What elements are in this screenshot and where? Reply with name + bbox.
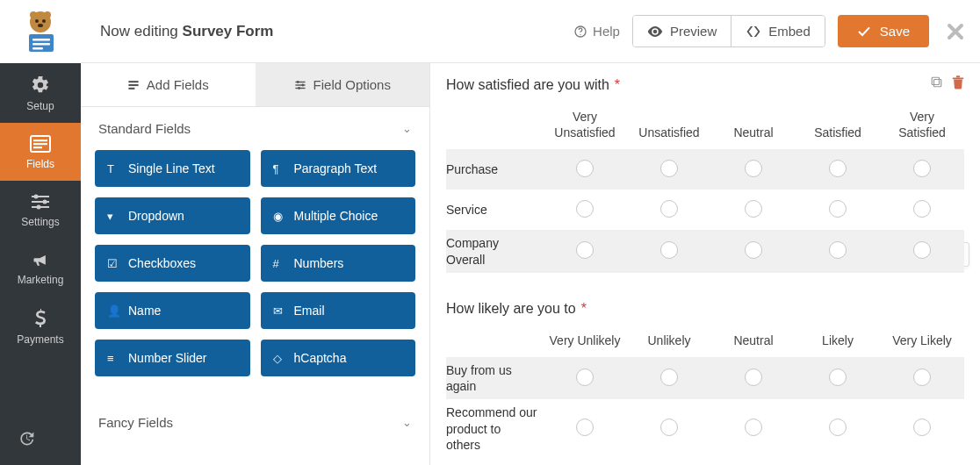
likert-table: Very UnlikelyUnlikelyNeutralLikelyVery L… [446, 327, 964, 458]
tab-field-options[interactable]: Field Options [256, 63, 430, 107]
numbers-icon: # [273, 257, 285, 270]
preview-button[interactable]: Preview [633, 16, 731, 46]
scale-label: Satisfied [796, 125, 880, 140]
question-block[interactable]: How likely are you to *Very UnlikelyUnli… [446, 297, 964, 458]
check-icon [857, 25, 871, 38]
nav-marketing[interactable]: Marketing [0, 239, 81, 297]
question-block[interactable]: How satisfied are you with *Very Unsatis… [446, 74, 964, 273]
close-button[interactable] [947, 23, 964, 40]
nav-fields[interactable]: Fields [0, 123, 81, 181]
likert-radio[interactable] [829, 200, 847, 218]
wpforms-logo-icon [16, 10, 65, 54]
likert-row-label: Purchase [446, 158, 543, 181]
likert-radio[interactable] [576, 418, 594, 436]
sliders-icon [5, 193, 76, 211]
duplicate-icon[interactable] [930, 75, 943, 89]
likert-radio[interactable] [660, 241, 678, 259]
section-standard-fields[interactable]: Standard Fields ⌄ [81, 107, 429, 150]
left-nav: Setup Fields Settings Marketing Payments [0, 0, 81, 465]
likert-radio[interactable] [745, 160, 762, 177]
chevron-down-icon: ⌄ [402, 416, 412, 429]
likert-radio[interactable] [829, 368, 847, 386]
nav-settings[interactable]: Settings [0, 181, 81, 239]
field-paragraph-text[interactable]: ¶Paragraph Text [261, 150, 416, 187]
multiple-choice-icon: ◉ [273, 210, 285, 223]
svg-point-5 [38, 24, 43, 27]
svg-point-18 [43, 200, 47, 204]
field-email[interactable]: ✉Email [261, 292, 416, 329]
likert-radio[interactable] [745, 241, 762, 259]
likert-radio[interactable] [913, 200, 931, 218]
svg-rect-34 [953, 77, 964, 79]
editing-prefix: Now editing [100, 23, 183, 39]
likert-radio[interactable] [913, 241, 931, 259]
likert-radio[interactable] [745, 200, 762, 218]
likert-radio[interactable] [913, 418, 931, 436]
likert-radio[interactable] [745, 368, 762, 386]
field-number-slider[interactable]: ≡Number Slider [95, 340, 250, 376]
likert-radio[interactable] [829, 241, 847, 259]
svg-point-19 [37, 205, 41, 210]
tab-add-fields[interactable]: Add Fields [81, 63, 256, 107]
likert-radio[interactable] [913, 160, 931, 177]
field-label: Checkboxes [128, 256, 196, 270]
field-hcaptcha[interactable]: ◇hCaptcha [261, 340, 416, 376]
svg-point-17 [34, 195, 39, 199]
svg-rect-7 [32, 39, 50, 41]
likert-radio[interactable] [745, 418, 762, 436]
nav-history[interactable] [0, 412, 81, 465]
close-icon [947, 23, 964, 40]
gear-icon [5, 75, 76, 95]
app-logo [0, 0, 81, 63]
field-numbers[interactable]: #Numbers [261, 245, 416, 282]
section-fancy-fields[interactable]: Fancy Fields ⌄ [81, 401, 429, 444]
svg-rect-13 [33, 147, 42, 148]
likert-row-label: Service [446, 198, 543, 221]
eye-icon [647, 25, 663, 38]
page-title: Now editing Survey Form [100, 23, 274, 40]
nav-payments[interactable]: Payments [0, 297, 81, 356]
nav-label: Setup [26, 100, 54, 112]
field-dropdown[interactable]: ▾Dropdown [95, 197, 250, 234]
scale-label: Unlikely [627, 333, 711, 348]
save-button[interactable]: Save [838, 15, 929, 47]
nav-label: Fields [26, 158, 54, 170]
paragraph-text-icon: ¶ [273, 162, 285, 175]
svg-point-29 [301, 83, 304, 86]
likert-radio[interactable] [660, 160, 678, 177]
question-actions [930, 75, 964, 89]
help-icon [573, 25, 587, 39]
svg-rect-23 [128, 83, 138, 85]
field-name[interactable]: 👤Name [95, 292, 250, 329]
name-icon: 👤 [107, 304, 119, 318]
scale-label: Neutral [711, 125, 796, 140]
likert-radio[interactable] [660, 418, 678, 436]
nav-setup[interactable]: Setup [0, 63, 81, 123]
checkboxes-icon: ☑ [107, 257, 119, 270]
help-link[interactable]: Help [573, 24, 620, 39]
likert-radio[interactable] [576, 241, 594, 259]
likert-radio[interactable] [829, 418, 847, 436]
likert-radio[interactable] [576, 200, 594, 218]
svg-rect-11 [33, 140, 47, 141]
likert-radio[interactable] [576, 368, 594, 386]
likert-row-label: Buy from us again [446, 359, 543, 397]
field-checkboxes[interactable]: ☑Checkboxes [95, 245, 250, 282]
likert-radio[interactable] [660, 368, 678, 386]
svg-point-28 [296, 81, 299, 83]
svg-point-30 [298, 87, 300, 89]
svg-point-21 [580, 33, 580, 34]
likert-radio[interactable] [829, 160, 847, 177]
likert-radio[interactable] [913, 368, 931, 386]
field-multiple-choice[interactable]: ◉Multiple Choice [261, 197, 416, 234]
likert-radio[interactable] [660, 200, 678, 218]
delete-icon[interactable] [952, 75, 964, 89]
form-preview: Click to Edit | Drag to Reorder How sati… [430, 63, 980, 465]
likert-radio[interactable] [576, 160, 594, 177]
svg-rect-8 [32, 43, 50, 46]
field-single-line-text[interactable]: TSingle Line Text [95, 150, 250, 187]
svg-point-3 [35, 19, 39, 23]
nav-label: Marketing [18, 274, 64, 286]
embed-button[interactable]: Embed [731, 16, 825, 46]
scale-label: Very Likely [880, 333, 964, 348]
